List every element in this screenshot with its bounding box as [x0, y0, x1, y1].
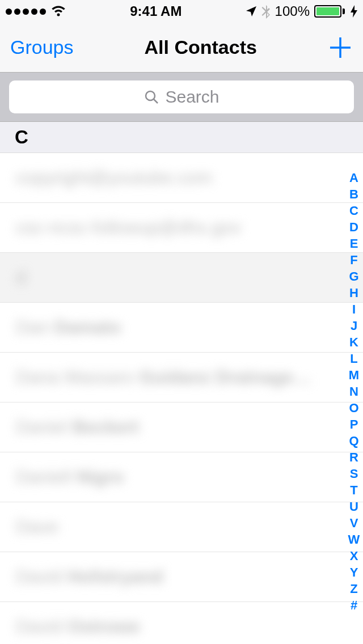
index-letter[interactable]: H — [349, 285, 358, 300]
contact-last: Damato — [49, 317, 121, 337]
index-letter[interactable]: O — [349, 400, 358, 416]
contact-name: Dana Massaro Guidanz Drainage… — [16, 367, 311, 388]
cell-signal-icon — [6, 9, 46, 15]
contact-last: Ostrowe — [62, 616, 140, 637]
index-letter[interactable]: V — [350, 515, 358, 531]
contact-name: Dan Damato — [16, 317, 121, 338]
contact-row[interactable]: copyright@youtube.com — [0, 153, 363, 203]
contact-row[interactable]: Daniel Beckert — [0, 402, 363, 452]
contact-name: Dave — [16, 516, 58, 537]
index-letter[interactable]: M — [349, 367, 359, 383]
contact-row[interactable]: d — [0, 253, 363, 303]
battery-percent: 100% — [275, 3, 310, 19]
contact-first: David — [16, 566, 62, 587]
contact-first: Daniell — [16, 467, 71, 487]
contact-name: David Hofstryand — [16, 566, 163, 587]
contact-first: Dave — [16, 516, 58, 537]
index-letter[interactable]: D — [349, 219, 358, 235]
contact-name: copyright@youtube.com — [16, 167, 212, 188]
contact-row[interactable]: David Hofstryand — [0, 552, 363, 602]
charging-icon — [351, 5, 357, 18]
contact-row[interactable]: Daniell Nigro — [0, 452, 363, 502]
index-letter[interactable]: # — [351, 598, 357, 613]
groups-button[interactable]: Groups — [10, 36, 74, 58]
index-letter[interactable]: A — [349, 170, 358, 185]
index-letter[interactable]: J — [351, 318, 357, 333]
contact-first: d — [16, 267, 26, 287]
svg-line-1 — [154, 99, 158, 103]
search-placeholder: Search — [165, 87, 219, 107]
contact-last: Guidanz Drainage… — [134, 367, 311, 387]
contact-last: Nigro — [71, 467, 124, 487]
index-letter[interactable]: I — [352, 302, 356, 317]
index-letter[interactable]: W — [348, 532, 360, 547]
index-letter[interactable]: P — [350, 417, 358, 432]
index-letter[interactable]: Y — [350, 565, 358, 580]
contact-row[interactable]: Dan Damato — [0, 303, 363, 353]
contact-first: copyright@youtube.com — [16, 167, 212, 188]
index-letter[interactable]: Z — [350, 581, 357, 596]
contact-last: Beckert — [67, 417, 139, 437]
index-letter[interactable]: R — [349, 450, 358, 465]
status-bar-time: 9:41 AM — [130, 3, 182, 19]
contact-name: Daniell Nigro — [16, 467, 124, 488]
contact-first: Dan — [16, 317, 49, 337]
index-letter[interactable]: G — [349, 269, 358, 284]
svg-point-0 — [146, 91, 155, 100]
bluetooth-icon — [261, 4, 271, 19]
search-input[interactable]: Search — [9, 80, 354, 113]
index-letter[interactable]: L — [350, 351, 357, 366]
contact-name: csc-ncsc-followup@dhs.gov — [16, 217, 241, 238]
index-letter[interactable]: B — [349, 187, 358, 202]
status-bar-right: 100% — [246, 3, 357, 19]
index-letter[interactable]: N — [349, 384, 358, 399]
contact-name: David Ostrowe — [16, 616, 140, 637]
contact-first: Daniel — [16, 417, 67, 437]
index-letter[interactable]: F — [350, 252, 357, 268]
index-letter[interactable]: C — [349, 203, 358, 218]
contact-row[interactable]: Dana Massaro Guidanz Drainage… — [0, 353, 363, 402]
location-icon — [246, 6, 257, 17]
add-contact-button[interactable] — [328, 35, 353, 60]
index-letter[interactable]: K — [349, 334, 358, 350]
contact-last: Hofstryand — [62, 566, 163, 587]
contact-row[interactable]: David Ostrowe — [0, 602, 363, 644]
index-letter[interactable]: X — [350, 548, 358, 564]
index-letter[interactable]: U — [349, 499, 358, 514]
status-bar: 9:41 AM 100% — [0, 0, 363, 23]
status-bar-left — [6, 5, 66, 18]
contact-name: d — [16, 267, 26, 288]
battery-icon — [314, 5, 345, 18]
alpha-index[interactable]: ABCDEFGHIJKLMNOPQRSTUVWXYZ# — [346, 170, 362, 613]
contact-first: csc-ncsc-followup@dhs.gov — [16, 217, 241, 238]
index-letter[interactable]: E — [350, 236, 358, 251]
contacts-list[interactable]: copyright@youtube.comcsc-ncsc-followup@d… — [0, 153, 363, 644]
navbar: Groups All Contacts — [0, 23, 363, 73]
index-letter[interactable]: T — [350, 482, 357, 498]
contact-row[interactable]: csc-ncsc-followup@dhs.gov — [0, 203, 363, 253]
section-header: C — [0, 122, 363, 153]
plus-icon — [328, 35, 353, 60]
search-icon — [143, 89, 159, 105]
page-title: All Contacts — [74, 36, 328, 58]
section-letter: C — [15, 126, 28, 148]
search-bar-container: Search — [0, 73, 363, 122]
index-letter[interactable]: Q — [349, 433, 358, 448]
index-letter[interactable]: S — [350, 466, 358, 481]
contact-row[interactable]: Dave — [0, 502, 363, 552]
contact-name: Daniel Beckert — [16, 417, 139, 438]
wifi-icon — [50, 5, 66, 18]
contact-first: David — [16, 616, 62, 637]
contact-first: Dana Massaro — [16, 367, 134, 387]
